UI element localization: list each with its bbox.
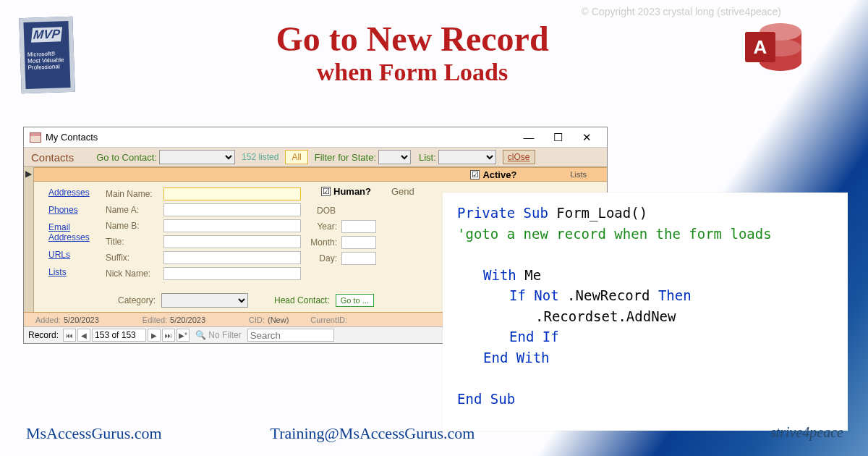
nav-first-button[interactable]: ⏮: [63, 329, 76, 342]
currentid-label: CurrentID:: [310, 316, 347, 324]
title-line1: Go to New Record: [141, 19, 684, 59]
cid-value: (New): [268, 316, 289, 324]
urls-link[interactable]: URLs: [48, 250, 100, 260]
suffix-label: Suffix:: [106, 253, 163, 263]
nick-name-input[interactable]: [163, 267, 301, 280]
dob-label: DOB: [307, 206, 350, 216]
filter-state-select[interactable]: [378, 150, 411, 164]
close-button[interactable]: clOse: [503, 150, 535, 164]
code-text: Form_Load(): [548, 205, 647, 221]
edited-label: Edited:: [142, 316, 167, 324]
ms-access-icon: A: [745, 20, 801, 77]
head-contact-label: Head Contact:: [274, 295, 330, 305]
page-footer: MsAccessGurus.com Training@MsAccessGurus…: [26, 424, 843, 443]
mvp-subtext: Microsoft® Most Valuable Professional: [25, 51, 70, 72]
vba-code: Private Sub Form_Load() 'goto a new reco…: [443, 193, 848, 431]
code-kw: If Not: [509, 287, 559, 303]
list-select[interactable]: [438, 150, 496, 164]
year-label: Year:: [307, 221, 341, 232]
addresses-link[interactable]: Addresses: [48, 187, 100, 198]
edited-value: 5/20/2023: [170, 316, 205, 324]
title-input[interactable]: [163, 235, 301, 248]
list-label: List:: [419, 152, 436, 163]
year-input[interactable]: [341, 220, 376, 233]
all-button[interactable]: All: [285, 150, 307, 164]
name-fields: Main Name: Name A: Name B: Title: Suffix…: [103, 182, 304, 290]
day-input[interactable]: [341, 252, 376, 265]
mvp-badge: MVP Microsoft® Most Valuable Professiona…: [19, 17, 75, 94]
toolbar: Contacts Go to Contact: 152 listed All F…: [24, 148, 607, 167]
record-selector[interactable]: ▶: [24, 167, 34, 312]
human-label: Human?: [333, 186, 371, 197]
goto-contact-label: Go to Contact:: [96, 152, 157, 163]
no-filter-label[interactable]: 🔍 No Filter: [195, 330, 242, 340]
title-line2: when Form Loads: [141, 59, 684, 86]
main-name-input[interactable]: [163, 187, 301, 200]
record-label: Record:: [28, 330, 59, 340]
month-label: Month:: [307, 237, 341, 248]
site-url[interactable]: MsAccessGurus.com: [26, 424, 162, 443]
code-text: Me: [516, 267, 541, 283]
day-label: Day:: [307, 253, 341, 263]
code-comment: 'goto a new record when the form loads: [457, 226, 772, 242]
tag: strive4peace: [770, 424, 843, 443]
access-letter: A: [745, 32, 775, 62]
mvp-label: MVP: [31, 27, 62, 43]
month-input[interactable]: [341, 236, 376, 249]
page-title: Go to New Record when Form Loads: [141, 19, 684, 86]
nav-next-button[interactable]: ▶: [148, 329, 161, 342]
name-a-input[interactable]: [163, 203, 301, 216]
code-kw: Private Sub: [457, 205, 548, 221]
active-label: Active?: [482, 169, 516, 180]
phones-link[interactable]: Phones: [48, 205, 100, 215]
gender-label: Gend: [391, 186, 414, 197]
filter-state-label: Filter for State:: [315, 152, 376, 163]
lists-label: Lists: [570, 170, 587, 179]
code-kw: Then: [658, 287, 692, 303]
mid-column: ☑ Human? Gend DOB Year: Month: Day:: [304, 182, 417, 290]
lists-link[interactable]: Lists: [48, 267, 100, 277]
goto-contact-select[interactable]: [159, 150, 235, 164]
category-select[interactable]: [161, 293, 248, 308]
close-window-button[interactable]: ✕: [572, 131, 601, 144]
active-checkbox[interactable]: ☑: [470, 170, 480, 180]
category-label: Category:: [118, 295, 156, 305]
added-label: Added:: [35, 316, 61, 324]
nav-prev-button[interactable]: ◀: [77, 329, 90, 342]
code-text: .Recordset.AddNew: [535, 308, 676, 324]
nav-last-button[interactable]: ⏭: [162, 329, 175, 342]
email-addresses-link[interactable]: Email Addresses: [48, 222, 100, 242]
code-kw: End Sub: [457, 391, 515, 407]
listed-count: 152 listed: [242, 152, 278, 162]
code-kw: With: [483, 267, 516, 283]
added-value: 5/20/2023: [64, 316, 99, 324]
form-icon: [30, 132, 41, 143]
goto-button[interactable]: Go to ...: [336, 294, 374, 307]
code-kw: End If: [509, 329, 559, 345]
maximize-button[interactable]: ☐: [543, 131, 572, 144]
name-b-input[interactable]: [163, 219, 301, 232]
nick-name-label: Nick Name:: [106, 269, 163, 279]
nav-new-button[interactable]: ▶*: [176, 329, 190, 342]
suffix-input[interactable]: [163, 251, 301, 264]
window-titlebar: My Contacts — ☐ ✕: [24, 127, 607, 148]
code-kw: End With: [483, 350, 550, 366]
title-label: Title:: [106, 237, 163, 247]
contacts-label: Contacts: [31, 151, 74, 164]
human-checkbox[interactable]: ☑: [321, 187, 331, 196]
cid-label: CID:: [249, 316, 265, 324]
window-title: My Contacts: [46, 132, 514, 143]
dob-group: DOB Year: Month: Day:: [307, 203, 414, 266]
header-strip: ☑ Active? Lists: [34, 167, 607, 182]
name-a-label: Name A:: [106, 205, 163, 215]
code-text: .NewRecord: [559, 287, 658, 303]
nav-position[interactable]: 153 of 153: [92, 329, 146, 342]
main-name-label: Main Name:: [106, 189, 163, 199]
email-address[interactable]: Training@MsAccessGurus.com: [271, 424, 475, 443]
minimize-button[interactable]: —: [514, 131, 543, 143]
name-b-label: Name B:: [106, 221, 163, 231]
nav-links: Addresses Phones Email Addresses URLs Li…: [34, 182, 103, 290]
nav-search-input[interactable]: [247, 329, 334, 342]
copyright-text: © Copyright 2023 crystal long (strive4pe…: [582, 6, 781, 17]
